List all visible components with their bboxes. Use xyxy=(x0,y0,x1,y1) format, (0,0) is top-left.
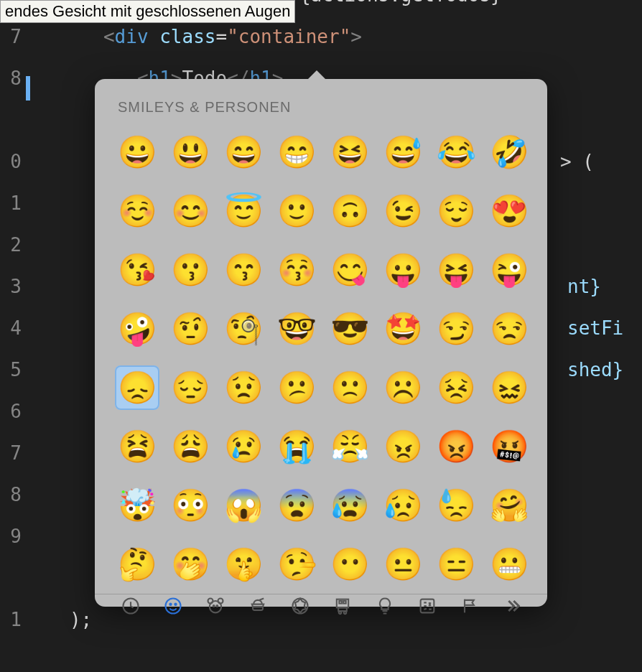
emoji-cell[interactable]: 😫 xyxy=(115,424,159,469)
line-number: 5 xyxy=(0,349,36,391)
smileys-tab-icon[interactable] xyxy=(162,594,185,617)
line-number: 2 xyxy=(0,224,36,266)
emoji-cell[interactable]: 😔 xyxy=(168,365,213,410)
emoji-cell[interactable]: 😶 xyxy=(327,542,372,587)
emoji-cell[interactable]: 😋 xyxy=(327,248,372,292)
emoji-cell[interactable]: 🤓 xyxy=(274,307,319,351)
emoji-cell[interactable]: 🤔 xyxy=(115,542,159,587)
emoji-cell[interactable]: 😂 xyxy=(434,130,478,174)
line-number: 7 xyxy=(0,432,36,474)
svg-rect-11 xyxy=(339,601,342,604)
emoji-cell[interactable]: 😰 xyxy=(327,483,372,528)
emoji-cell[interactable]: 😆 xyxy=(327,130,372,174)
line-number xyxy=(0,557,36,599)
emoji-cell[interactable]: 😁 xyxy=(274,130,319,174)
emoji-cell[interactable]: 😞 xyxy=(115,365,159,410)
emoji-cell[interactable]: 😙 xyxy=(221,248,266,292)
emoji-cell[interactable]: 😉 xyxy=(381,189,425,233)
emoji-cell[interactable]: 🧐 xyxy=(221,307,266,351)
emoji-cell[interactable]: 🤭 xyxy=(168,542,213,587)
cursor-line-indicator xyxy=(26,76,30,101)
emoji-cell[interactable]: 🤗 xyxy=(487,483,531,528)
emoji-cell[interactable]: 🙂 xyxy=(274,189,319,233)
line-number: 4 xyxy=(0,307,36,349)
emoji-tooltip: endes Gesicht mit geschlossenen Augen xyxy=(0,0,295,23)
emoji-cell[interactable]: 😛 xyxy=(381,248,425,292)
food-tab-icon[interactable] xyxy=(246,594,269,617)
more-tab-icon[interactable] xyxy=(501,594,524,617)
emoji-cell[interactable]: ☹️ xyxy=(381,365,425,410)
emoji-cell[interactable]: 😘 xyxy=(115,248,159,292)
emoji-cell[interactable]: 😒 xyxy=(487,307,531,351)
emoji-cell[interactable]: 😀 xyxy=(115,130,159,174)
svg-rect-15 xyxy=(420,599,434,613)
emoji-category-title: SMILEYS & PERSONEN xyxy=(95,79,547,124)
line-number: 8 xyxy=(0,57,36,99)
animals-tab-icon[interactable] xyxy=(204,594,227,617)
emoji-cell[interactable]: 🤥 xyxy=(274,542,319,587)
emoji-cell[interactable]: 😥 xyxy=(381,483,425,528)
emoji-cell[interactable]: 😇 xyxy=(221,189,266,233)
emoji-cell[interactable]: ☺️ xyxy=(115,189,159,233)
emoji-cell[interactable]: 😖 xyxy=(487,365,531,410)
svg-point-2 xyxy=(169,604,171,605)
emoji-cell[interactable]: 😤 xyxy=(327,424,372,469)
emoji-cell[interactable]: 🤪 xyxy=(115,307,159,351)
emoji-cell[interactable]: 😣 xyxy=(434,365,478,410)
line-number: 3 xyxy=(0,266,36,307)
svg-rect-12 xyxy=(343,601,346,604)
line-number xyxy=(0,99,36,141)
emoji-cell[interactable]: 😓 xyxy=(434,483,478,528)
emoji-cell[interactable]: 🤯 xyxy=(115,483,159,528)
emoji-cell[interactable]: 🤩 xyxy=(381,307,425,351)
line-number: 8 xyxy=(0,474,36,515)
emoji-cell[interactable]: 😱 xyxy=(221,483,266,528)
emoji-cell[interactable]: 😑 xyxy=(434,542,478,587)
emoji-cell[interactable]: 😬 xyxy=(487,542,531,587)
line-number: 9 xyxy=(0,515,36,557)
emoji-cell[interactable]: 😩 xyxy=(168,424,213,469)
objects-tab-icon[interactable] xyxy=(373,594,396,617)
emoji-cell[interactable]: 😌 xyxy=(434,189,478,233)
emoji-cell[interactable]: 🤨 xyxy=(168,307,213,351)
emoji-cell[interactable]: 😊 xyxy=(168,189,213,233)
emoji-cell[interactable]: 😜 xyxy=(487,248,531,292)
emoji-cell[interactable]: 😕 xyxy=(274,365,319,410)
emoji-picker-popover: SMILEYS & PERSONEN 😀😃😄😁😆😅😂🤣☺️😊😇🙂🙃😉😌😍😘😗😙😚… xyxy=(95,79,547,607)
emoji-cell[interactable]: 🙁 xyxy=(327,365,372,410)
emoji-cell[interactable]: 🤬 xyxy=(487,424,531,469)
symbols-tab-icon[interactable] xyxy=(416,594,439,617)
emoji-cell[interactable]: 🤣 xyxy=(487,130,531,174)
emoji-cell[interactable]: 😗 xyxy=(168,248,213,292)
emoji-cell[interactable]: 😡 xyxy=(434,424,478,469)
emoji-cell[interactable]: 😟 xyxy=(221,365,266,410)
emoji-cell[interactable]: 😎 xyxy=(327,307,372,351)
svg-rect-10 xyxy=(336,599,348,608)
emoji-cell[interactable]: 😠 xyxy=(381,424,425,469)
svg-point-6 xyxy=(218,599,223,604)
emoji-cell[interactable]: 😭 xyxy=(274,424,319,469)
emoji-cell[interactable]: 😝 xyxy=(434,248,478,292)
emoji-cell[interactable]: 😐 xyxy=(381,542,425,587)
line-number: 6 xyxy=(0,391,36,432)
emoji-picker-tabs xyxy=(95,594,547,617)
emoji-cell[interactable]: 😳 xyxy=(168,483,213,528)
emoji-cell[interactable]: 😢 xyxy=(221,424,266,469)
flags-tab-icon[interactable] xyxy=(458,594,481,617)
emoji-cell[interactable]: 🙃 xyxy=(327,189,372,233)
travel-tab-icon[interactable] xyxy=(331,594,354,617)
popover-arrow xyxy=(307,70,327,80)
emoji-cell[interactable]: 😚 xyxy=(274,248,319,292)
svg-point-14 xyxy=(343,612,346,615)
emoji-cell[interactable]: 🤫 xyxy=(221,542,266,587)
emoji-cell[interactable]: 😍 xyxy=(487,189,531,233)
svg-point-8 xyxy=(216,605,218,607)
recent-tab-icon[interactable] xyxy=(119,594,142,617)
emoji-cell[interactable]: 😏 xyxy=(434,307,478,351)
line-number-gutter: 6 7 8 0 1 2 3 4 5 6 7 8 9 1 xyxy=(0,0,36,672)
activity-tab-icon[interactable] xyxy=(289,594,312,617)
emoji-cell[interactable]: 😨 xyxy=(274,483,319,528)
emoji-cell[interactable]: 😃 xyxy=(168,130,213,174)
emoji-cell[interactable]: 😄 xyxy=(221,130,266,174)
emoji-cell[interactable]: 😅 xyxy=(381,130,425,174)
